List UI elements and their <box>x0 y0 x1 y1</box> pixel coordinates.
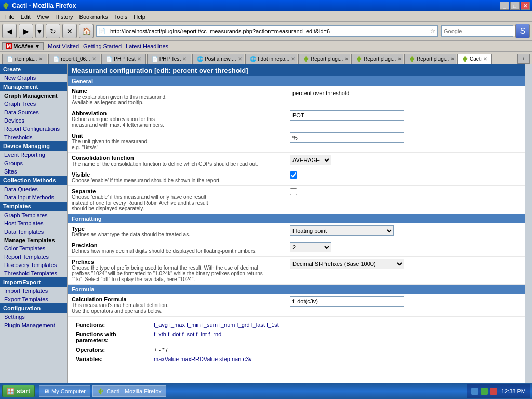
back-button[interactable]: ◀ <box>2 24 17 38</box>
tab-close-6[interactable]: ✕ <box>344 56 349 62</box>
minimize-button[interactable]: _ <box>500 2 509 10</box>
taskbar-item-1[interactable]: 🌵 Cacti - Mozilla Firefox <box>92 385 166 397</box>
menu-history[interactable]: History <box>52 12 76 21</box>
mcafee-button[interactable]: M McAfee ▼ <box>2 42 44 50</box>
visible-checkbox[interactable] <box>290 171 297 179</box>
bookmark-latest-headlines[interactable]: Latest Headlines <box>126 43 168 49</box>
tab-close-4[interactable]: ✕ <box>238 56 242 62</box>
menu-view[interactable]: View <box>34 12 52 21</box>
sidebar-item-thresholds[interactable]: Thresholds <box>0 133 67 141</box>
sidebar-item-groups[interactable]: Groups <box>0 159 67 167</box>
tab-close-1[interactable]: ✕ <box>92 56 96 62</box>
dropdown-button[interactable]: ▼ <box>35 24 44 38</box>
address-input[interactable] <box>108 26 428 36</box>
sidebar-section-collection-methods: Collection Methods <box>0 176 67 185</box>
tab-7[interactable]: 🌵Report plugi...✕ <box>351 54 403 64</box>
forward-button[interactable]: ▶ <box>19 24 33 38</box>
calculation-input[interactable] <box>290 296 404 307</box>
tab-close-5[interactable]: ✕ <box>291 56 295 62</box>
new-tab-button[interactable]: + <box>517 54 530 64</box>
functions-with-params-row: Functions with parameters: f_xth f_dot f… <box>72 329 521 345</box>
sidebar-item-report-configurations[interactable]: Report Configurations <box>0 125 67 133</box>
sidebar-item-report-templates[interactable]: Report Templates <box>0 252 67 261</box>
sidebar-item-graph-trees[interactable]: Graph Trees <box>0 100 67 108</box>
sidebar-item-host-templates[interactable]: Host Templates <box>0 219 67 228</box>
scrollbar[interactable] <box>525 64 532 388</box>
sidebar-section-configuration: Configuration <box>0 303 67 313</box>
tab-8[interactable]: 🌵Report plugi...✕ <box>404 54 456 64</box>
field-visible-desc1: Choose 'enable' if this measurand should… <box>72 178 282 183</box>
sidebar-item-import-templates[interactable]: Import Templates <box>0 287 67 295</box>
maximize-button[interactable]: □ <box>510 2 520 10</box>
bookmark-most-visited[interactable]: Most Visited <box>48 43 79 49</box>
sidebar-item-manage-templates[interactable]: Manage Templates <box>0 236 67 244</box>
menu-tools[interactable]: Tools <box>111 12 131 21</box>
tab-6[interactable]: 🌵Report plugi...✕ <box>298 54 350 64</box>
tab-close-8[interactable]: ✕ <box>450 56 455 62</box>
stop-button[interactable]: ✕ <box>62 24 77 38</box>
field-prefixes-desc2: prefixes "1024" will be formatted to "1.… <box>72 271 282 276</box>
prefixes-select[interactable]: Decimal SI-Prefixes (Base 1000) Binary P… <box>290 259 404 269</box>
field-visible-label-cell: Visible Choose 'enable' if this measuran… <box>68 169 286 186</box>
precision-select[interactable]: 0 1 2 3 4 5 <box>290 242 331 252</box>
start-button[interactable]: 🪟 start <box>2 385 35 397</box>
functions-with-params-values[interactable]: f_xth f_dot f_sot f_int f_rnd <box>150 329 521 345</box>
tab-close-7[interactable]: ✕ <box>397 56 402 62</box>
name-input[interactable] <box>290 88 404 98</box>
field-abbreviation-desc2: measurand with max. 4 letters/numbers. <box>72 122 282 128</box>
tab-4[interactable]: 🌐Post a new ...✕ <box>192 54 244 64</box>
variables-label: Variables: <box>72 354 150 364</box>
sidebar-item-export-templates[interactable]: Export Templates <box>0 295 67 303</box>
field-precision-input-cell: 0 1 2 3 4 5 <box>286 240 525 257</box>
tab-close-3[interactable]: ✕ <box>182 56 187 62</box>
sidebar-item-data-queries[interactable]: Data Queries <box>0 185 67 193</box>
sidebar-item-threshold-templates[interactable]: Threshold Templates <box>0 269 67 277</box>
field-separate-label: Separate <box>72 188 282 194</box>
field-precision-desc1: Defines how many decimal digits should b… <box>72 248 282 254</box>
mcafee-icon: M <box>6 43 12 49</box>
functions-values[interactable]: f_avg f_max f_min f_sum f_num f_grd f_la… <box>150 320 521 329</box>
sidebar-item-event-reporting[interactable]: Event Reporting <box>0 151 67 159</box>
star-icon[interactable]: ☆ <box>430 28 435 34</box>
tab-1[interactable]: 📄reportit_06...✕ <box>48 54 100 64</box>
tab-2[interactable]: 📄PHP Test✕ <box>101 54 145 64</box>
sidebar-item-settings[interactable]: Settings <box>0 313 67 321</box>
menu-help[interactable]: Help <box>130 12 149 21</box>
sidebar-item-data-templates[interactable]: Data Templates <box>0 228 67 236</box>
system-tray: 12:38 PM <box>467 384 530 398</box>
sidebar-item-graph-templates[interactable]: Graph Templates <box>0 211 67 219</box>
reload-button[interactable]: ↻ <box>46 24 60 38</box>
sidebar-item-graph-management[interactable]: Graph Management <box>0 91 67 100</box>
tab-3[interactable]: 📄PHP Test✕ <box>147 54 191 64</box>
unit-input[interactable] <box>290 132 404 143</box>
menu-file[interactable]: File <box>2 12 18 21</box>
home-button[interactable]: 🏠 <box>79 24 94 38</box>
close-button[interactable]: ✕ <box>521 2 530 10</box>
type-select[interactable]: Floating point Integer String <box>290 225 394 236</box>
tab-9[interactable]: 🌵Cacti✕ <box>457 54 492 64</box>
sidebar-item-devices[interactable]: Devices <box>0 116 67 125</box>
sidebar-item-new-graphs[interactable]: New Graphs <box>0 74 67 82</box>
menu-edit[interactable]: Edit <box>18 12 34 21</box>
sidebar-item-plugin-management[interactable]: Plugin Management <box>0 321 67 329</box>
sidebar-item-discovery-templates[interactable]: Discovery Templates <box>0 261 67 269</box>
bookmark-getting-started[interactable]: Getting Started <box>83 43 122 49</box>
tab-5[interactable]: 🌐f dot in repo...✕ <box>245 54 297 64</box>
consolidation-select[interactable]: AVERAGE MIN MAX LAST <box>290 155 331 165</box>
tab-close-9[interactable]: ✕ <box>483 56 487 62</box>
tab-close-0[interactable]: ✕ <box>38 56 43 62</box>
sidebar-item-data-sources[interactable]: Data Sources <box>0 108 67 116</box>
menu-bookmarks[interactable]: Bookmarks <box>76 12 111 21</box>
abbreviation-input[interactable] <box>290 110 404 121</box>
sidebar-item-color-templates[interactable]: Color Templates <box>0 244 67 252</box>
taskbar-item-0[interactable]: 🖥 My Computer <box>39 385 90 397</box>
tab-0[interactable]: 📄i templa...✕ <box>2 54 47 64</box>
separate-checkbox[interactable] <box>290 188 297 195</box>
variables-values[interactable]: maxValue maxRRDValue step nan c3v <box>150 354 521 364</box>
tab-close-2[interactable]: ✕ <box>137 56 141 62</box>
sidebar-item-data-input-methods[interactable]: Data Input Methods <box>0 193 67 202</box>
profile-icon[interactable]: S <box>515 24 530 38</box>
mcafee-dropdown-icon[interactable]: ▼ <box>34 43 40 49</box>
sidebar-item-sites[interactable]: Sites <box>0 167 67 176</box>
search-input[interactable] <box>444 26 515 36</box>
